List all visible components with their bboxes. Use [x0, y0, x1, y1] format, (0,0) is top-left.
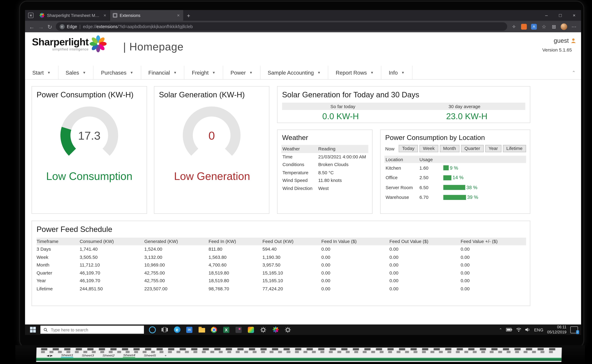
refresh-icon[interactable]: ↻: [47, 24, 52, 30]
menu-item-financial[interactable]: Financial▼: [141, 66, 184, 79]
panel-power-feed-schedule: Power Feed Schedule Timeframe Consumed (…: [32, 221, 530, 306]
chrome-icon[interactable]: [211, 326, 218, 333]
forward-icon[interactable]: →: [38, 24, 44, 30]
language-indicator[interactable]: ENG: [534, 327, 543, 332]
sheet-tab: Sheet3: [82, 354, 94, 357]
filter-lifetime-button[interactable]: Lifetime: [503, 145, 526, 152]
address-engine: Edge: [67, 24, 77, 29]
dropdown-caret-icon: ▼: [130, 71, 133, 74]
browser-toolbar: ← → ↻ e Edge | edge://extensions/?id=aap…: [25, 21, 581, 32]
sheet-tab: Sheet5: [144, 354, 156, 357]
panel-consumption-by-location: Power Consumption by Location Now Today …: [380, 130, 530, 214]
screen-capture-icon[interactable]: [235, 326, 242, 333]
table-row: 3 Days1,741.401,524.00811.80594.400.000.…: [37, 245, 526, 253]
taskbar-search[interactable]: [40, 326, 144, 334]
menu-item-purchases[interactable]: Purchases▼: [94, 66, 141, 79]
table-row: Quarter46,109.7042,755.0018,519.8015,165…: [37, 269, 526, 277]
consumption-status: Low Consumption: [39, 169, 139, 184]
dropdown-caret-icon: ▼: [173, 71, 177, 74]
edge-icon[interactable]: e: [174, 326, 180, 333]
system-settings-icon[interactable]: [285, 326, 291, 333]
menu-item-sample-accounting[interactable]: Sample Accounting▼: [260, 66, 328, 79]
filter-week-button[interactable]: Week: [419, 145, 438, 152]
favorites-star-icon[interactable]: ☆: [541, 23, 547, 30]
sparkle-shield-icon[interactable]: ✧: [511, 23, 517, 30]
laptop-screen: ▣ Sharperlight Timesheet Manage × Extens…: [25, 10, 581, 335]
panel-title: Weather: [282, 134, 372, 142]
collapse-chevron-icon[interactable]: ⌃: [566, 70, 581, 75]
address-bar[interactable]: e Edge | edge://extensions/?id=aapbdbdom…: [56, 22, 507, 31]
panel-power-consumption: Power Consumption (KW-H) 17.3 Low Consum…: [32, 86, 147, 214]
profile-avatar[interactable]: [561, 23, 567, 30]
menu-item-info[interactable]: Info▼: [381, 66, 412, 79]
browser-tab-timesheet[interactable]: Sharperlight Timesheet Manage ×: [37, 10, 110, 21]
tab-close-icon[interactable]: ×: [176, 13, 180, 18]
tab-title: Sharperlight Timesheet Manage: [47, 13, 100, 18]
table-row: Server Room6.50 38 %: [385, 183, 526, 193]
network-icon[interactable]: [516, 328, 521, 332]
brand-tagline: simplified intelligence: [52, 47, 89, 51]
site-info-icon[interactable]: e: [60, 24, 65, 29]
close-button[interactable]: ×: [567, 10, 581, 21]
panel-title: Solar Generation for Today and 30 Days: [282, 91, 530, 99]
outlook-icon[interactable]: ✉: [186, 326, 193, 333]
filter-today-button[interactable]: Today: [399, 145, 418, 152]
dropdown-caret-icon: ▼: [249, 71, 253, 74]
sharperlight-app-icon[interactable]: [272, 326, 279, 333]
tray-chevron-icon[interactable]: ⌃: [499, 328, 502, 332]
cortana-icon[interactable]: [149, 326, 156, 333]
version-label: Version 5.1.65: [542, 47, 572, 53]
table-row: Temperature8.50 °C: [281, 169, 368, 176]
paint-icon[interactable]: [247, 326, 254, 333]
tab-close-icon[interactable]: ×: [103, 13, 107, 18]
filter-quarter-button[interactable]: Quarter: [461, 145, 484, 152]
usage-bar: [443, 185, 465, 190]
panel-title: Power Consumption (KW-H): [37, 91, 147, 99]
browser-tab-extensions[interactable]: Extensions ×: [110, 10, 183, 21]
address-url: edge://extensions/?id=aapbdbdomjkkjkaonf…: [83, 24, 193, 29]
menu-item-report-rows[interactable]: Report Rows▼: [328, 66, 381, 79]
gauge-value: 0: [208, 129, 215, 142]
menu-item-start[interactable]: Start▼: [25, 66, 58, 79]
start-button[interactable]: [25, 325, 40, 335]
task-view-icon[interactable]: [161, 326, 168, 333]
weather-table: WeatherReading Time21/03/2021 4:00:00 AM…: [281, 145, 368, 192]
back-icon[interactable]: ←: [29, 24, 35, 30]
dropdown-caret-icon: ▼: [401, 71, 405, 74]
search-input[interactable]: [50, 327, 141, 332]
action-center-icon[interactable]: 2: [570, 326, 578, 333]
battery-icon[interactable]: [506, 328, 512, 332]
filter-year-button[interactable]: Year: [485, 145, 501, 152]
menu-item-power[interactable]: Power▼: [223, 66, 260, 79]
task-view-glyph: [162, 327, 168, 332]
usage-bar: [443, 195, 466, 200]
table-row: Time21/03/2021 4:00:00 AM: [281, 153, 368, 161]
collections-icon[interactable]: ⊞: [551, 23, 557, 30]
table-row: Week3,505.503,132.001,563.801,190.300.00…: [37, 253, 526, 261]
new-tab-button[interactable]: +: [183, 10, 194, 21]
settings-gear-icon[interactable]: [260, 326, 267, 333]
volume-icon[interactable]: [525, 328, 530, 332]
adblock-extension-icon[interactable]: [521, 23, 527, 30]
taskbar-clock[interactable]: 06:11 05/12/2019: [547, 325, 566, 335]
maximize-button[interactable]: □: [553, 10, 567, 21]
homepage-dashboard: Sharperlight simplified intelligence | H…: [25, 32, 581, 325]
settings-ellipsis-icon[interactable]: ⋯: [571, 23, 577, 30]
browser-tab-bar: ▣ Sharperlight Timesheet Manage × Extens…: [25, 10, 581, 21]
filter-month-button[interactable]: Month: [440, 145, 459, 152]
excel-icon[interactable]: X: [223, 326, 230, 333]
menu-item-freight[interactable]: Freight▼: [185, 66, 223, 79]
page-header: Sharperlight simplified intelligence | H…: [25, 32, 581, 66]
guest-user-icon: [570, 38, 576, 44]
menu-item-sales[interactable]: Sales▼: [58, 66, 94, 79]
clock-time: 06:11: [557, 325, 566, 329]
excel-reflection: ◀ ▶ Sheet1 Sheet3 Sheet2 Sheet4 Sheet5 +: [36, 348, 562, 362]
consumption-gauge: 17.3: [47, 102, 132, 168]
dropdown-caret-icon: ▼: [82, 71, 86, 74]
window-icon[interactable]: ▣: [25, 10, 37, 21]
dropdown-caret-icon: ▼: [212, 71, 215, 74]
file-explorer-icon[interactable]: [198, 326, 205, 333]
translate-extension-icon[interactable]: A: [531, 23, 537, 30]
solar-status: Low Generation: [154, 169, 270, 184]
minimize-button[interactable]: –: [539, 10, 553, 21]
